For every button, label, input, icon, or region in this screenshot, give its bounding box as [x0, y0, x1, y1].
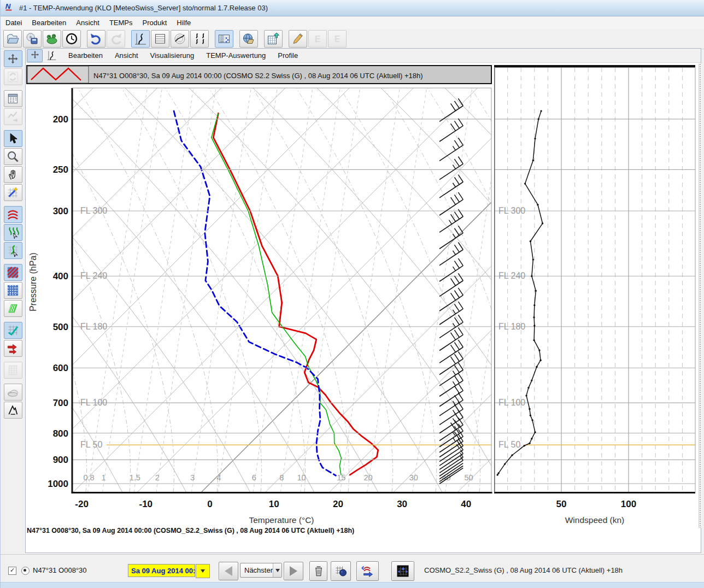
panel-menu-items: BearbeitenAnsichtVisualisierungTEMP-Ausw… — [62, 50, 304, 61]
transfer-dark-button[interactable] — [391, 561, 414, 581]
hodograph-view-button[interactable] — [171, 30, 189, 48]
delete-button[interactable] — [309, 561, 327, 581]
multi-panel-view-button[interactable] — [190, 30, 209, 48]
panel-pan-move-button[interactable] — [27, 49, 43, 62]
flow-profile-button[interactable] — [4, 108, 22, 125]
flight-level-label: FL 240 — [498, 271, 525, 280]
gray-grid-icon — [7, 364, 19, 377]
blue-grid-button[interactable] — [4, 282, 22, 299]
windspeed-data-point — [536, 366, 537, 367]
bottom-control-bar: ✓ N47°31 O008°30 Sa 09 Aug 2014 00:00 Nä… — [1, 554, 704, 583]
green-curves-button[interactable] — [4, 224, 22, 241]
pressure-tick-label: 900 — [53, 455, 68, 465]
flight-level-label: FL 240 — [80, 271, 107, 280]
save-button[interactable] — [23, 30, 42, 48]
red-waves-button[interactable] — [4, 206, 22, 223]
zoom-button[interactable] — [4, 148, 22, 165]
pan-move-icon — [30, 50, 40, 60]
flight-level-label: FL 50 — [498, 440, 520, 449]
app-logo-icon: N — [4, 1, 15, 15]
refresh-view-button[interactable] — [4, 68, 22, 85]
mixing-ratio-label: 15 — [337, 473, 345, 482]
pressure-tick-label: 1000 — [48, 479, 68, 489]
temperature-tick-label: 0 — [207, 499, 212, 509]
cloud-icon — [7, 386, 19, 398]
hand-pan-button[interactable] — [4, 166, 22, 183]
teal-curve-button[interactable] — [4, 322, 22, 339]
station-checkbox[interactable]: ✓ — [8, 567, 16, 575]
x-axis-title: Windspeed (kn) — [565, 515, 625, 525]
mixing-ratio-label: 50 — [464, 473, 473, 482]
pencil-icon — [291, 32, 304, 45]
transfer-red-icon — [361, 565, 374, 578]
flight-level-label: FL 300 — [498, 206, 525, 215]
x-axis-line — [72, 492, 492, 493]
menu-item-bearbeiten[interactable]: Bearbeiten — [27, 17, 71, 28]
undo-button[interactable] — [87, 30, 105, 48]
cloud-button[interactable] — [4, 384, 22, 401]
windspeed-data-point — [524, 183, 526, 184]
panel-menu-item-visualisierung[interactable]: Visualisierung — [144, 50, 201, 61]
panel-menu-item-ansicht[interactable]: Ansicht — [109, 50, 144, 61]
transfer-red-button[interactable] — [356, 561, 379, 581]
time-button[interactable] — [62, 30, 81, 48]
add-curve-button[interactable] — [4, 184, 22, 201]
pan-move-button[interactable] — [4, 50, 22, 67]
station-radio[interactable] — [21, 567, 30, 575]
e-letter-icon: E — [311, 32, 324, 45]
open-button[interactable] — [3, 30, 22, 48]
panel-menu-item-temp-auswertung[interactable]: TEMP-Auswertung — [200, 50, 272, 61]
frog-button[interactable] — [43, 30, 61, 48]
calc-grid-button[interactable] — [4, 90, 22, 107]
grid-night-button[interactable] — [331, 561, 351, 581]
menu-item-datei[interactable]: Datei — [1, 17, 27, 28]
grid-curve-pointer-button[interactable] — [4, 242, 22, 259]
windspeed-data-point — [534, 138, 536, 139]
menu-item-hilfe[interactable]: Hilfe — [172, 17, 196, 28]
flight-level-label: FL 300 — [80, 206, 107, 215]
chart-header-title: N47°31 O008°30, Sa 09 Aug 2014 00:00 (CO… — [93, 72, 423, 80]
hand-pan-icon — [7, 168, 19, 181]
gray-grid-button[interactable] — [4, 362, 22, 379]
window-title: #1 - TEMP-Anwendung (KLO [MeteoSwiss_Ser… — [19, 4, 268, 12]
mountain-profile-button[interactable] — [4, 402, 22, 419]
windspeed-chart[interactable]: FL 300FL 240FL 180FL 100FL 5050100Windsp… — [494, 63, 699, 528]
date-select-value[interactable]: Sa 09 Aug 2014 00:00 — [128, 564, 195, 577]
windspeed-data-point — [531, 438, 532, 439]
data-table-button[interactable] — [215, 30, 233, 48]
previous-time-button[interactable] — [219, 562, 238, 580]
menu-item-ansicht[interactable]: Ansicht — [71, 17, 104, 28]
multi-panel-icon — [193, 32, 206, 45]
skewt-mini-icon — [45, 50, 57, 62]
teal-curve-icon — [7, 324, 19, 337]
windspeed-data-point — [523, 445, 525, 446]
green-hatch-button[interactable] — [4, 300, 22, 317]
step-mode-value: Nächster — [240, 566, 273, 574]
chart-export-button[interactable] — [264, 30, 283, 48]
e-right-button[interactable]: E — [328, 30, 347, 48]
refresh-view-icon — [7, 70, 19, 83]
date-dropdown-button[interactable] — [196, 564, 210, 578]
menu-item-produkt[interactable]: Produkt — [138, 17, 172, 28]
menu-item-temps[interactable]: TEMPs — [104, 17, 138, 28]
panel-menu-item-profile[interactable]: Profile — [272, 50, 304, 61]
select-pointer-button[interactable] — [4, 130, 22, 147]
edit-pencil-button[interactable] — [289, 30, 307, 48]
redo-button[interactable] — [107, 30, 125, 48]
red-hatch-button[interactable] — [4, 264, 22, 281]
globe-export-button[interactable] — [239, 30, 258, 48]
red-arrows-button[interactable] — [4, 340, 22, 357]
panel-menu-item-bearbeiten[interactable]: Bearbeiten — [62, 50, 109, 61]
windspeed-data-point — [532, 258, 534, 260]
table-view-button[interactable] — [151, 30, 169, 48]
skewt-view-button[interactable] — [131, 30, 150, 48]
e-left-button[interactable]: E — [308, 30, 327, 48]
windspeed-data-point — [533, 304, 535, 306]
globe-export-icon — [242, 32, 255, 45]
e-letter-icon: E — [331, 32, 344, 45]
skewt-chart[interactable]: FL 300FL 240FL 180FL 100FL 500.811.52346… — [26, 63, 493, 528]
next-time-button[interactable] — [284, 562, 303, 580]
step-mode-dropdown[interactable] — [273, 563, 281, 577]
step-mode-combo[interactable]: Nächster — [240, 563, 282, 578]
temp-application-window: N #1 - TEMP-Anwendung (KLO [MeteoSwiss_S… — [0, 0, 704, 588]
